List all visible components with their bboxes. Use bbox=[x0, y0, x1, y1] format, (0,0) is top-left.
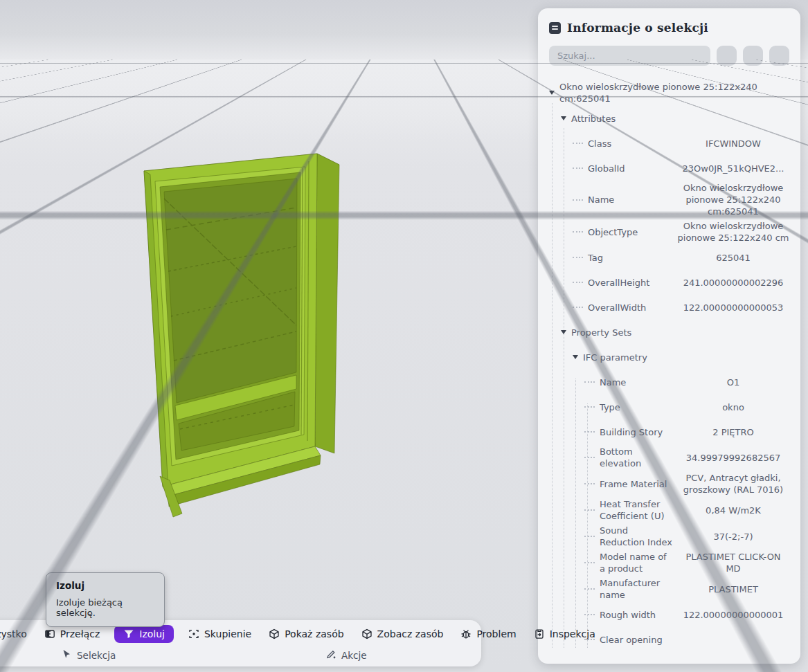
cube-icon bbox=[361, 628, 372, 639]
tree-property-row[interactable]: OverallWidth122.00000000000053 bbox=[549, 295, 789, 320]
tree-row-value: O1 bbox=[677, 376, 789, 388]
tree-row-label: Name bbox=[600, 376, 626, 388]
cube-icon bbox=[269, 628, 280, 639]
tree-row-label-area: Tag bbox=[573, 252, 677, 264]
tree-connector bbox=[584, 536, 595, 537]
toolbar-button-label: Problem bbox=[476, 628, 516, 639]
toolbar-button-problem[interactable]: Problem bbox=[458, 625, 519, 643]
tree-branch-row[interactable]: Okno wieloskrzydłowe pionowe 25:122x240 … bbox=[549, 80, 789, 106]
tree-row-value: 0,84 W/m2K bbox=[677, 505, 789, 516]
tree-connector bbox=[573, 231, 583, 233]
tree-row-label: Sound Reduction Index bbox=[600, 525, 673, 548]
toolbar-button-label: Pokaż zasób bbox=[285, 628, 343, 639]
tree-row-label: IFC parametry bbox=[583, 352, 647, 363]
tree-connector bbox=[584, 483, 595, 484]
tree-connector bbox=[573, 282, 583, 283]
tree-row-label-area: IFC parametry bbox=[573, 352, 789, 363]
tree-connector bbox=[584, 509, 595, 511]
tree-row-value: 241.00000000002296 bbox=[677, 277, 789, 289]
tree-row-label-area: Frame Material bbox=[584, 478, 677, 490]
tree-property-row[interactable]: Building Story2 PIĘTRO bbox=[549, 419, 789, 444]
tree-row-label-area: Manufacturer name bbox=[584, 577, 677, 601]
tree-property-row[interactable]: Bottom elevation34.99979992682567 bbox=[549, 444, 789, 471]
chevron-down-icon[interactable] bbox=[561, 330, 566, 334]
tree-row-label-area: Name bbox=[584, 376, 677, 388]
tree-property-row[interactable]: Typeokno bbox=[549, 394, 789, 419]
toggle-icon bbox=[44, 628, 55, 639]
tree-property-row[interactable]: ObjectTypeOkno wieloskrzydłowe pionowe 2… bbox=[549, 219, 789, 245]
focus-icon bbox=[188, 628, 199, 639]
toolbar-button-label: Izoluj bbox=[139, 628, 165, 639]
tree-property-row[interactable]: GlobalId23Ow0JR_51kQHVE2... bbox=[549, 156, 789, 181]
pen-icon bbox=[325, 648, 336, 662]
toolbar-button-skupienie[interactable]: Skupienie bbox=[186, 625, 254, 643]
tree-row-label-area: Property Sets bbox=[561, 327, 789, 338]
tree-property-row[interactable]: NameO1 bbox=[549, 370, 789, 394]
toolbar-button-przelacz[interactable]: Przełącz bbox=[42, 625, 103, 643]
tree-row-label: Class bbox=[588, 138, 611, 149]
tree-row-value: 122.00000000000053 bbox=[677, 302, 789, 314]
tree-property-row[interactable]: Frame MaterialPCV, Antracyt gładki, gros… bbox=[549, 471, 789, 497]
tree-row-label: Manufacturer name bbox=[600, 577, 673, 601]
tree-connector bbox=[573, 167, 583, 169]
tree-connector bbox=[584, 381, 595, 383]
tree-row-label-area: OverallWidth bbox=[573, 302, 677, 314]
toolbar-button-inspekcja[interactable]: Inspekcja bbox=[531, 625, 598, 643]
tree-property-row[interactable]: Sound Reduction Index37(-2;-7) bbox=[549, 523, 789, 550]
tree-connector bbox=[584, 614, 595, 615]
tree-property-row[interactable]: NameOkno wieloskrzydłowe pionowe 25:122x… bbox=[549, 181, 789, 219]
panel-list-icon bbox=[549, 22, 561, 34]
toolbar-button-akcje[interactable]: Akcje bbox=[325, 648, 367, 662]
tree-row-label: Attributes bbox=[571, 113, 616, 125]
tree-branch-row[interactable]: Property Sets bbox=[549, 320, 789, 345]
tree-property-row[interactable]: Rough width122.00000000000001 bbox=[549, 602, 789, 627]
tree-row-label-area: Okno wieloskrzydłowe pionowe 25:122x240 … bbox=[549, 81, 789, 105]
toolbar-button-zobacz-zasob[interactable]: Zobacz zasób bbox=[359, 625, 447, 643]
tree-row-label: Tag bbox=[588, 252, 603, 264]
tooltip-description: Izoluje bieżącą selekcję. bbox=[56, 597, 154, 618]
tree-row-label-area: Class bbox=[573, 138, 677, 149]
tree-property-row[interactable]: Heat Transfer Coefficient (U)0,84 W/m2K bbox=[549, 497, 789, 523]
tree-branch-row[interactable]: IFC parametry bbox=[549, 345, 789, 370]
toolbar-button-selekcja[interactable]: Selekcja bbox=[61, 648, 116, 662]
toolbar-button-izoluj[interactable]: Izoluj bbox=[114, 625, 174, 643]
tree-row-value: Okno wieloskrzydłowe pionowe 25:122x240 … bbox=[677, 220, 789, 244]
tree-row-label: Property Sets bbox=[571, 327, 631, 338]
tree-property-row[interactable]: Manufacturer namePLASTIMET bbox=[549, 576, 789, 602]
panel-action-button-2[interactable] bbox=[743, 46, 763, 66]
tree-property-row[interactable]: ClassIFCWINDOW bbox=[549, 131, 789, 156]
panel-action-button-3[interactable] bbox=[769, 46, 789, 66]
tree-connector bbox=[584, 431, 595, 433]
cursor-icon bbox=[61, 648, 72, 662]
tree-property-row[interactable]: OverallHeight241.00000000002296 bbox=[549, 270, 789, 295]
tree-row-label-area: Clear opening bbox=[584, 634, 677, 646]
tree-row-label: Okno wieloskrzydłowe pionowe 25:122x240 … bbox=[559, 81, 785, 105]
tree-property-row[interactable]: Tag625041 bbox=[549, 245, 789, 270]
search-input[interactable] bbox=[549, 46, 710, 66]
tree-row-label-area: Attributes bbox=[561, 113, 789, 125]
toolbar-button-pokaz-zasob[interactable]: Pokaż zasób bbox=[266, 625, 346, 643]
tree-row-label: Heat Transfer Coefficient (U) bbox=[600, 498, 673, 522]
tree-row-label-area: OverallHeight bbox=[573, 277, 677, 289]
tree-row-value: IFCWINDOW bbox=[677, 138, 789, 149]
tree-row-label: Clear opening bbox=[600, 634, 663, 646]
tree-connector bbox=[584, 406, 595, 408]
chevron-down-icon[interactable] bbox=[573, 355, 578, 359]
tree-row-value: 34.99979992682567 bbox=[677, 452, 789, 464]
tree-row-label-area: Name bbox=[573, 194, 677, 206]
tree-row-label-area: ObjectType bbox=[573, 226, 677, 238]
tree-connector bbox=[584, 562, 595, 563]
toolbar-button-label: Wszystko bbox=[0, 628, 27, 639]
chevron-down-icon[interactable] bbox=[549, 91, 555, 95]
toolbar-button-wszystko[interactable]: Wszystko bbox=[0, 625, 30, 643]
tree-row-value: 37(-2;-7) bbox=[677, 531, 789, 543]
tree-row-label-area: Building Story bbox=[584, 426, 677, 438]
tree-property-row[interactable]: Model name of a productPLASTIMET CLICK-O… bbox=[549, 550, 789, 576]
chevron-down-icon[interactable] bbox=[561, 116, 566, 120]
selection-info-panel: Informacje o selekcji Okno wieloskrzydło… bbox=[538, 8, 800, 664]
panel-action-button-1[interactable] bbox=[717, 46, 737, 66]
tree-row-label-area: Bottom elevation bbox=[584, 446, 677, 469]
tree-branch-row[interactable]: Attributes bbox=[549, 106, 789, 131]
tree-row-value: 23Ow0JR_51kQHVE2... bbox=[677, 163, 789, 174]
tree-connector bbox=[573, 307, 583, 308]
